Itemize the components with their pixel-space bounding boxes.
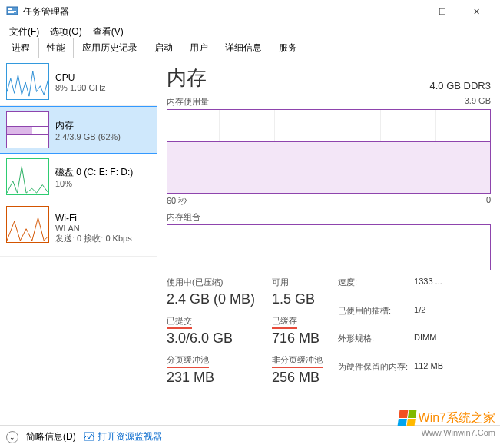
form-label: 外形规格: xyxy=(338,333,408,358)
sidebar-item-memory[interactable]: 内存 2.4/3.9 GB (62%) xyxy=(0,106,157,154)
sidebar-item-wifi[interactable]: Wi-Fi WLAN 发送: 0 接收: 0 Kbps xyxy=(0,201,157,257)
stat-nonpaged: 非分页缓冲池 256 MB xyxy=(272,354,323,386)
memory-title: 内存 xyxy=(55,119,121,132)
wifi-sub2: 发送: 0 接收: 0 Kbps xyxy=(55,233,132,244)
axis-left: 60 秒 xyxy=(167,195,187,207)
slots-value: 1/2 xyxy=(414,305,443,330)
memory-sub: 2.4/3.9 GB (62%) xyxy=(55,132,121,141)
tabbar: 进程 性能 应用历史记录 启动 用户 详细信息 服务 xyxy=(0,40,500,58)
speed-label: 速度: xyxy=(338,277,408,302)
tab-processes[interactable]: 进程 xyxy=(3,38,38,58)
speed-value: 1333 ... xyxy=(414,277,443,302)
memory-composition-graph xyxy=(167,224,491,270)
sidebar-item-disk[interactable]: 磁盘 0 (C: E: F: D:) 10% xyxy=(0,154,157,201)
open-resource-monitor-link[interactable]: 打开资源监视器 xyxy=(84,430,162,443)
page-title: 内存 xyxy=(167,65,207,91)
stat-committed: 已提交 3.0/6.0 GB xyxy=(167,315,255,347)
memory-usage-graph xyxy=(167,109,491,194)
tab-history[interactable]: 应用历史记录 xyxy=(74,38,146,58)
reserved-value: 112 MB xyxy=(414,361,443,387)
titlebar: 任务管理器 ─ ☐ ✕ xyxy=(0,0,500,23)
brief-info-button[interactable]: 简略信息(D) xyxy=(26,430,76,443)
wifi-sub1: WLAN xyxy=(55,224,132,233)
reserved-label: 为硬件保留的内存: xyxy=(338,361,408,387)
svg-rect-1 xyxy=(8,8,12,10)
svg-rect-2 xyxy=(8,11,16,12)
main-panel: 内存 4.0 GB DDR3 内存使用量 3.9 GB 60 秒 0 内存组合 … xyxy=(157,58,500,425)
tab-details[interactable]: 详细信息 xyxy=(217,38,270,58)
maximize-button[interactable]: ☐ xyxy=(425,1,459,22)
stat-cached: 已缓存 716 MB xyxy=(272,315,323,347)
stat-used: 使用中(已压缩) 2.4 GB (0 MB) xyxy=(167,277,255,307)
cpu-sub: 8% 1.90 GHz xyxy=(55,83,105,92)
stat-paged: 分页缓冲池 231 MB xyxy=(167,354,255,386)
footer: ⌄ 简略信息(D) 打开资源监视器 xyxy=(0,425,500,448)
sidebar: CPU 8% 1.90 GHz 内存 2.4/3.9 GB (62%) 磁盘 0… xyxy=(0,58,157,425)
stat-available: 可用 1.5 GB xyxy=(272,277,323,307)
close-button[interactable]: ✕ xyxy=(459,1,494,22)
tab-users[interactable]: 用户 xyxy=(181,38,217,58)
graph-composition-label: 内存组合 xyxy=(167,211,200,223)
graph-usage-max: 3.9 GB xyxy=(465,96,491,108)
memory-capacity: 4.0 GB DDR3 xyxy=(430,80,491,91)
disk-title: 磁盘 0 (C: E: F: D:) xyxy=(55,166,133,179)
memory-details: 速度:1333 ... 已使用的插槽:1/2 外形规格:DIMM 为硬件保留的内… xyxy=(338,277,443,386)
resource-monitor-icon xyxy=(84,432,94,443)
slots-label: 已使用的插槽: xyxy=(338,305,408,330)
graph-usage-label: 内存使用量 xyxy=(167,96,209,108)
tab-startup[interactable]: 启动 xyxy=(146,38,181,58)
form-value: DIMM xyxy=(414,333,443,358)
wifi-title: Wi-Fi xyxy=(55,213,132,224)
sidebar-item-cpu[interactable]: CPU 8% 1.90 GHz xyxy=(0,58,157,106)
app-icon xyxy=(6,5,18,18)
cpu-thumb-icon xyxy=(6,63,49,100)
wifi-thumb-icon xyxy=(6,206,49,243)
memory-thumb-icon xyxy=(6,111,49,148)
disk-thumb-icon xyxy=(6,158,49,195)
tab-services[interactable]: 服务 xyxy=(270,38,306,58)
collapse-icon[interactable]: ⌄ xyxy=(6,431,18,443)
cpu-title: CPU xyxy=(55,72,105,83)
tab-performance[interactable]: 性能 xyxy=(38,38,74,58)
axis-right: 0 xyxy=(486,195,491,207)
svg-rect-3 xyxy=(8,12,14,13)
minimize-button[interactable]: ─ xyxy=(390,1,425,22)
disk-sub: 10% xyxy=(55,179,133,188)
window-title: 任务管理器 xyxy=(23,5,390,18)
